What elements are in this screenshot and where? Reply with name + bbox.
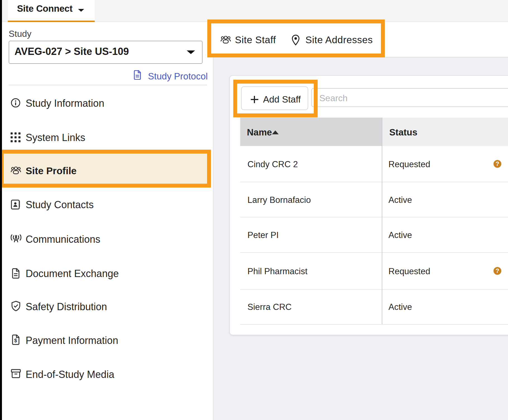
- svg-text:$: $: [14, 338, 17, 343]
